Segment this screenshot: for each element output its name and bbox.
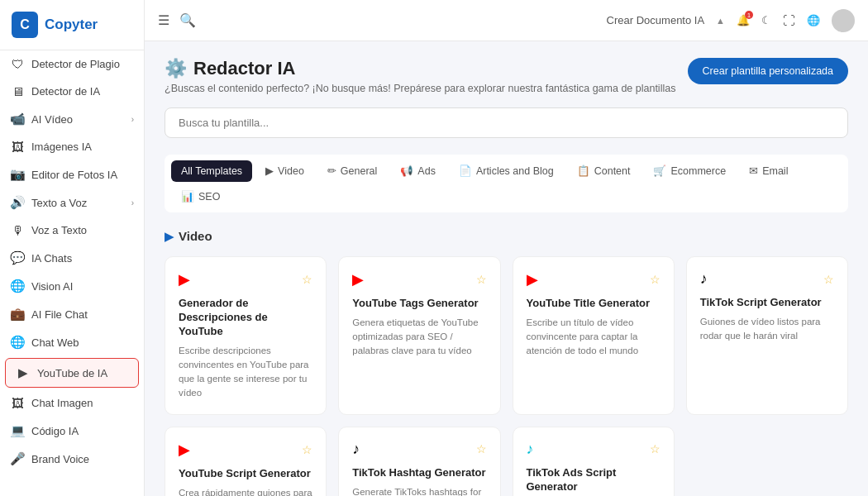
top-header: ☰ 🔍 Crear Documento IA ▲ 🔔 1 ☾ ⛶ 🌐 [145,0,868,41]
tab-icon-ads: 📢 [400,165,413,177]
card-title-generador-yt: Generador de Descripciones de YouTube [179,297,312,339]
sidebar-item-vision-ai[interactable]: 🌐 Vision AI [0,272,144,300]
sidebar-item-imagenes-ia[interactable]: 🖼 Imágenes IA [0,133,144,160]
sidebar-label-detector-plagio: Detector de Plagio [31,58,120,70]
sidebar-item-chat-imagen[interactable]: 🖼 Chat Imagen [0,389,144,417]
sidebar-label-texto-a-voz: Texto a Voz [31,197,87,209]
sidebar-label-youtube-de-ia: YouTube de IA [37,367,107,379]
sidebar-icon-chat-web: 🌐 [10,335,25,350]
card-star-tiktok-hashtag[interactable]: ☆ [476,442,487,455]
tab-label-ads: Ads [417,165,436,177]
card-star-tiktok-script[interactable]: ☆ [823,273,834,286]
card-desc-yt-tags: Genera etiquetas de YouTube optimizadas … [352,316,486,359]
page-title: ⚙️ Redactor IA [165,58,675,79]
sidebar-item-ai-file-chat[interactable]: 💼 AI File Chat [0,300,144,328]
main-content: ⚙️ Redactor IA ¿Buscas el contenido perf… [145,41,868,496]
card-tiktok-ads[interactable]: ♪ ☆ TikTok Ads Script Generator Create a… [513,427,675,496]
sidebar-icon-editor-fotos-ia: 📷 [10,167,25,182]
card-star-yt-tags[interactable]: ☆ [476,273,487,286]
sidebar-icon-imagenes-ia: 🖼 [10,140,25,154]
sidebar-icon-ia-chats: 💬 [10,250,25,265]
sidebar-label-ai-file-chat: AI File Chat [31,308,88,321]
sidebar-icon-texto-a-voz: 🔊 [10,195,25,210]
sidebar-icon-ai-file-chat: 💼 [10,307,25,322]
sidebar-icon-vision-ai: 🌐 [10,279,25,293]
sidebar-label-voz-a-texto: Voz a Texto [31,224,87,236]
card-title-tiktok-hashtag: TikTok Hashtag Generator [352,466,486,480]
sidebar-item-editor-fotos-ia[interactable]: 📷 Editor de Fotos IA [0,160,144,188]
card-title-yt-title: YouTube Title Generator [527,297,661,311]
search-input[interactable] [165,107,848,138]
moon-icon[interactable]: ☾ [761,14,771,26]
sidebar-label-vision-ai: Vision AI [31,280,73,293]
tab-ads[interactable]: 📢Ads [390,160,446,182]
sidebar-label-editor-fotos-ia: Editor de Fotos IA [31,169,117,181]
card-header-generador-yt: ▶ ☆ [179,270,312,289]
page-title-row: ⚙️ Redactor IA ¿Buscas el contenido perf… [165,58,848,94]
sidebar-icon-brand-voice: 🎤 [10,451,25,466]
sidebar-item-voz-a-texto[interactable]: 🎙 Voz a Texto [0,217,144,244]
card-tiktok-hashtag[interactable]: ♪ ☆ TikTok Hashtag Generator Generate Ti… [338,427,500,496]
card-generador-yt[interactable]: ▶ ☆ Generador de Descripciones de YouTub… [165,256,327,415]
tab-ecommerce[interactable]: 🛒Ecommerce [643,160,736,182]
globe-icon[interactable]: 🌐 [807,14,820,26]
sidebar: C Copyter 🛡 Detector de Plagio 🖥 Detecto… [0,0,145,496]
tab-video[interactable]: ▶Video [255,160,314,182]
chevron-icon: › [131,198,134,207]
crear-plantilla-button[interactable]: Crear plantilla personalizada [688,58,848,84]
section-title-video: ▶Video [165,229,848,243]
tab-seo[interactable]: 📊SEO [171,185,230,207]
tab-articles[interactable]: 📄Articles and Blog [449,160,564,182]
menu-icon[interactable]: ☰ [158,12,169,28]
sidebar-icon-youtube-de-ia: ▶ [16,365,31,380]
search-icon[interactable]: 🔍 [179,12,196,28]
crear-documento-label: Crear Documento IA [607,14,705,26]
card-title-tiktok-ads: TikTok Ads Script Generator [527,466,661,494]
tab-icon-seo: 📊 [181,190,194,203]
avatar[interactable] [832,9,855,32]
section-video: ▶Video ▶ ☆ Generador de Descripciones de… [165,229,848,496]
tab-label-articles: Articles and Blog [476,165,554,177]
sidebar-item-codigo-ia[interactable]: 💻 Código IA [0,417,144,445]
card-header-yt-title: ▶ ☆ [527,270,661,289]
card-yt-tags[interactable]: ▶ ☆ YouTube Tags Generator Genera etique… [338,256,500,415]
expand-icon[interactable]: ⛶ [783,13,795,27]
chevron-icon[interactable]: ▲ [716,16,725,26]
chevron-icon: › [131,115,134,124]
sidebar-item-texto-a-voz[interactable]: 🔊 Texto a Voz › [0,188,144,217]
section-icon-video: ▶ [165,230,174,243]
notification-icon[interactable]: 🔔 1 [737,14,750,26]
sidebar-logo[interactable]: C Copyter [0,0,144,50]
sidebar-label-detector-ia: Detector de IA [31,85,100,98]
tab-icon-ecommerce: 🛒 [653,165,666,177]
logo-icon: C [12,12,38,38]
sidebar-label-chat-imagen: Chat Imagen [31,397,93,409]
sidebar-item-ia-chats[interactable]: 💬 IA Chats [0,244,144,272]
sidebar-item-brand-voice[interactable]: 🎤 Brand Voice [0,445,144,473]
card-header-tiktok-hashtag: ♪ ☆ [352,441,486,458]
sidebar-item-ai-video[interactable]: 📹 AI Vídeo › [0,105,144,133]
sidebar-icon-codigo-ia: 💻 [10,423,25,438]
sidebar-label-ia-chats: IA Chats [31,252,72,265]
card-desc-yt-script: Crea rápidamente guiones para tus vídeos… [179,486,312,496]
card-header-tiktok-ads: ♪ ☆ [527,441,661,458]
sidebar-item-youtube-de-ia[interactable]: ▶ YouTube de IA [5,358,139,388]
tab-all[interactable]: All Templates [171,160,252,182]
sidebar-item-detector-ia[interactable]: 🖥 Detector de IA [0,78,144,105]
card-star-yt-script[interactable]: ☆ [302,443,312,456]
sidebar-item-chat-web[interactable]: 🌐 Chat Web [0,328,144,356]
card-yt-title[interactable]: ▶ ☆ YouTube Title Generator Escribe un t… [513,256,675,415]
card-star-tiktok-ads[interactable]: ☆ [650,442,661,455]
tab-general[interactable]: ✏General [317,160,387,182]
card-star-yt-title[interactable]: ☆ [650,273,661,286]
card-tiktok-script[interactable]: ♪ ☆ TikTok Script Generator Guiones de v… [686,256,848,415]
card-star-generador-yt[interactable]: ☆ [302,273,312,286]
tab-icon-general: ✏ [327,165,336,177]
card-yt-script[interactable]: ▶ ☆ YouTube Script Generator Crea rápida… [165,427,327,496]
tab-label-content: Content [594,165,631,177]
page-title-icon: ⚙️ [165,58,187,79]
logo-name: Copyter [45,17,98,33]
tab-content[interactable]: 📋Content [567,160,641,182]
sidebar-item-detector-plagio[interactable]: 🛡 Detector de Plagio [0,50,144,78]
tab-email[interactable]: ✉Email [739,160,798,182]
